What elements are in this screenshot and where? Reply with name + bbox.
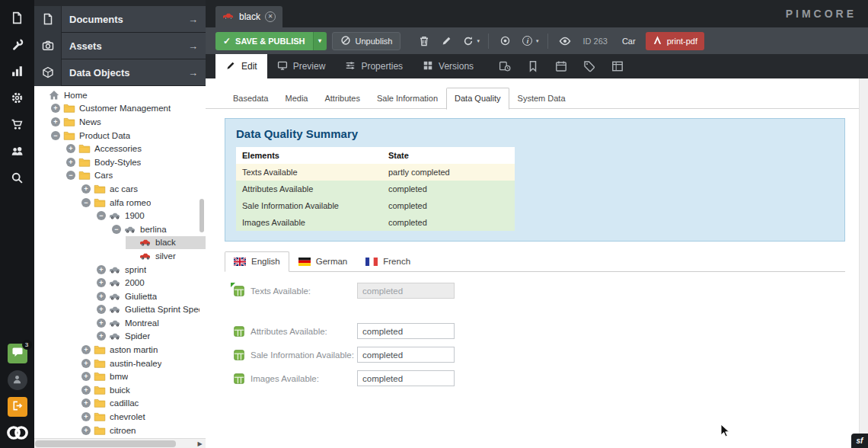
language-tab-german[interactable]: German (289, 251, 357, 272)
unpublish-button[interactable]: Unpublish (332, 32, 401, 50)
tree-node-cadillac[interactable]: +cadillac (34, 397, 206, 411)
notifications-button[interactable]: 3 (8, 344, 27, 363)
rail-documents-icon[interactable] (0, 5, 34, 31)
rail-settings-icon[interactable] (0, 85, 34, 111)
scrollbar-thumb[interactable] (35, 440, 176, 447)
tree-node-berlina[interactable]: −berlina (34, 222, 206, 236)
tree-node-aston-martin[interactable]: +aston martin (34, 343, 206, 357)
report-button[interactable] (611, 60, 624, 72)
schedule-button[interactable] (499, 60, 511, 72)
expand-plus-icon[interactable]: + (97, 305, 106, 314)
collapse-minus-icon[interactable]: − (97, 211, 106, 220)
rail-customers-icon[interactable] (0, 138, 34, 165)
reload-caret-icon[interactable]: ▾ (477, 38, 480, 44)
expand-plus-icon[interactable]: + (81, 386, 91, 395)
rail-tools-icon[interactable] (0, 31, 34, 58)
reload-button[interactable] (460, 32, 477, 50)
tree-node-gulietta-sprint-specia[interactable]: +Gulietta Sprint Specia (34, 303, 206, 317)
panel-documents[interactable]: Documents → (34, 6, 206, 33)
expand-plus-icon[interactable]: + (81, 372, 91, 381)
info-caret-icon[interactable]: ▾ (536, 38, 539, 44)
rail-ecommerce-icon[interactable] (0, 111, 34, 138)
expand-plus-icon[interactable]: + (66, 158, 75, 167)
expand-plus-icon[interactable]: + (97, 331, 106, 341)
expand-plus-icon[interactable]: + (97, 278, 106, 287)
symfony-toolbar-badge[interactable]: sf (851, 434, 868, 448)
tree-node-1900[interactable]: −1900 (34, 209, 206, 222)
tree-node-black[interactable]: black (34, 236, 206, 250)
save-publish-button[interactable]: ✓SAVE & PUBLISH ▾ (215, 32, 327, 50)
calendar-button[interactable] (555, 60, 567, 72)
tree-node-customer-management[interactable]: +Customer Management (34, 102, 206, 116)
user-profile-button[interactable] (8, 370, 27, 390)
tab-edit[interactable]: Edit (215, 54, 267, 78)
tree-node-giulietta[interactable]: +Giulietta (34, 290, 206, 303)
tree-node-citroen[interactable]: +citroen (34, 424, 206, 437)
tree-node-home[interactable]: Home (34, 88, 206, 102)
field-input-sale-information-available[interactable] (357, 347, 455, 363)
tree-node-alfa-romeo[interactable]: −alfa romeo (34, 196, 206, 210)
locate-in-tree-button[interactable] (497, 32, 514, 50)
tree-node-accessories[interactable]: +Accessories (34, 142, 206, 155)
field-input-images-available[interactable] (357, 370, 455, 386)
scroll-right-arrow-icon[interactable]: ▶ (195, 439, 205, 448)
expand-plus-icon[interactable]: + (81, 398, 91, 408)
content-tab-basedata[interactable]: Basedata (225, 88, 276, 110)
tree-node-2000[interactable]: +2000 (34, 276, 206, 290)
content-tab-system-data[interactable]: System Data (509, 88, 574, 110)
panel-assets[interactable]: Assets → (34, 33, 206, 59)
collapse-minus-icon[interactable]: − (112, 225, 121, 234)
tree-node-cars[interactable]: −Cars (34, 169, 206, 183)
tree-horizontal-scrollbar[interactable]: ▶ (34, 438, 206, 448)
right-scroll-gutter[interactable] (859, 78, 868, 448)
collapse-minus-icon[interactable]: − (66, 171, 75, 180)
tree-node-buick[interactable]: +buick (34, 383, 206, 397)
content-tab-media[interactable]: Media (276, 88, 316, 110)
tree-node-chevrolet[interactable]: +chevrolet (34, 410, 206, 424)
tree-node-news[interactable]: +News (34, 115, 206, 129)
print-pdf-button[interactable]: print-pdf (646, 32, 704, 50)
expand-plus-icon[interactable]: + (81, 184, 91, 194)
info-button[interactable]: i (519, 32, 536, 50)
expand-plus-icon[interactable]: + (97, 318, 106, 328)
language-tab-english[interactable]: English (225, 251, 289, 272)
expand-plus-icon[interactable]: + (51, 117, 60, 126)
tree-node-silver[interactable]: silver (34, 249, 206, 263)
expand-plus-icon[interactable]: + (81, 345, 91, 354)
tree-node-sprint[interactable]: +sprint (34, 263, 206, 277)
tree-node-bmw[interactable]: +bmw (34, 370, 206, 383)
expand-plus-icon[interactable]: + (81, 359, 91, 368)
tree-node-ac-cars[interactable]: +ac cars (34, 182, 206, 196)
tag-button[interactable] (583, 60, 595, 72)
tab-versions[interactable]: Versions (413, 54, 483, 78)
delete-button[interactable] (416, 32, 432, 50)
save-options-caret-icon[interactable]: ▾ (313, 32, 327, 50)
tree-vertical-scrollbar[interactable] (199, 86, 205, 437)
rename-button[interactable] (438, 32, 455, 50)
logout-button[interactable] (8, 397, 27, 417)
tab-black[interactable]: black ✕ (215, 6, 282, 27)
rail-reports-icon[interactable] (0, 58, 34, 85)
expand-plus-icon[interactable]: + (81, 426, 91, 435)
content-tab-data-quality[interactable]: Data Quality (446, 88, 509, 110)
field-input-attributes-available[interactable] (357, 323, 455, 339)
collapse-minus-icon[interactable]: − (81, 198, 91, 207)
scrollbar-thumb[interactable] (199, 199, 204, 232)
language-tab-french[interactable]: French (356, 251, 420, 272)
tree-node-spider[interactable]: +Spider (34, 330, 206, 344)
collapse-minus-icon[interactable]: − (51, 131, 60, 140)
expand-plus-icon[interactable]: + (66, 144, 75, 153)
close-icon[interactable]: ✕ (265, 11, 276, 22)
expand-plus-icon[interactable]: + (81, 412, 91, 421)
rail-search-icon[interactable] (0, 165, 34, 191)
tree-node-body-styles[interactable]: +Body-Styles (34, 155, 206, 169)
expand-plus-icon[interactable]: + (97, 265, 106, 274)
preview-eye-button[interactable] (557, 32, 573, 50)
expand-plus-icon[interactable]: + (51, 104, 60, 113)
panel-data-objects[interactable]: Data Objects → (34, 59, 206, 86)
tree-node-montreal[interactable]: +Montreal (34, 316, 206, 330)
expand-plus-icon[interactable]: + (97, 292, 106, 301)
tree-node-product-data[interactable]: −Product Data (34, 129, 206, 142)
content-tab-sale-information[interactable]: Sale Information (369, 88, 446, 110)
tab-properties[interactable]: Properties (335, 54, 413, 78)
